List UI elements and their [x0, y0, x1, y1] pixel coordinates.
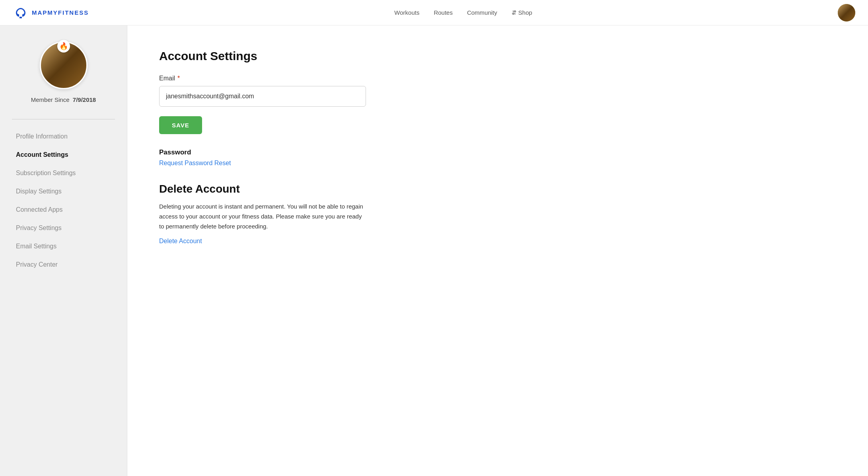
sidebar-item-profile-information[interactable]: Profile Information — [0, 127, 127, 146]
logo-text: MAPMYFITNESS — [32, 9, 89, 16]
main-nav: Workouts Routes Community ⇵ Shop — [394, 9, 532, 16]
sidebar: 🔥 Member Since 7/9/2018 Profile Informat… — [0, 25, 127, 476]
request-password-reset-link[interactable]: Request Password Reset — [159, 160, 231, 166]
sidebar-item-display-settings[interactable]: Display Settings — [0, 182, 127, 201]
header: MAPMYFITNESS Workouts Routes Community ⇵… — [0, 0, 868, 25]
delete-account-title: Delete Account — [159, 183, 836, 195]
email-input[interactable] — [159, 86, 366, 107]
avatar-image — [838, 4, 855, 21]
user-avatar-header[interactable] — [838, 4, 855, 21]
nav-routes[interactable]: Routes — [434, 9, 453, 16]
required-indicator: * — [177, 75, 180, 82]
account-settings-title: Account Settings — [159, 49, 836, 63]
sidebar-nav: Profile Information Account Settings Sub… — [0, 127, 127, 274]
sidebar-item-subscription-settings[interactable]: Subscription Settings — [0, 164, 127, 182]
shop-icon: ⇵ — [512, 9, 517, 16]
sidebar-item-email-settings[interactable]: Email Settings — [0, 237, 127, 256]
password-label: Password — [159, 148, 836, 156]
profile-badge: 🔥 — [57, 40, 70, 53]
logo[interactable]: MAPMYFITNESS — [13, 7, 89, 18]
nav-workouts[interactable]: Workouts — [394, 9, 419, 16]
sidebar-profile: 🔥 Member Since 7/9/2018 — [0, 41, 127, 115]
delete-account-description: Deleting your account is instant and per… — [159, 202, 366, 231]
delete-account-link[interactable]: Delete Account — [159, 238, 202, 244]
main-content: Account Settings Email * SAVE Password R… — [127, 25, 868, 476]
main-layout: 🔥 Member Since 7/9/2018 Profile Informat… — [0, 25, 868, 476]
delete-account-section: Delete Account Deleting your account is … — [159, 183, 836, 245]
nav-shop[interactable]: ⇵ Shop — [512, 9, 532, 16]
password-section: Password Request Password Reset — [159, 148, 836, 167]
sidebar-item-connected-apps[interactable]: Connected Apps — [0, 201, 127, 219]
sidebar-item-account-settings[interactable]: Account Settings — [0, 146, 127, 164]
flame-icon: 🔥 — [59, 42, 68, 51]
profile-avatar-wrapper: 🔥 — [40, 41, 88, 89]
email-label: Email * — [159, 75, 836, 82]
sidebar-divider — [12, 119, 115, 119]
member-since: Member Since 7/9/2018 — [31, 96, 96, 103]
sidebar-item-privacy-center[interactable]: Privacy Center — [0, 256, 127, 274]
nav-community[interactable]: Community — [467, 9, 497, 16]
save-button[interactable]: SAVE — [159, 116, 202, 134]
sidebar-item-privacy-settings[interactable]: Privacy Settings — [0, 219, 127, 237]
